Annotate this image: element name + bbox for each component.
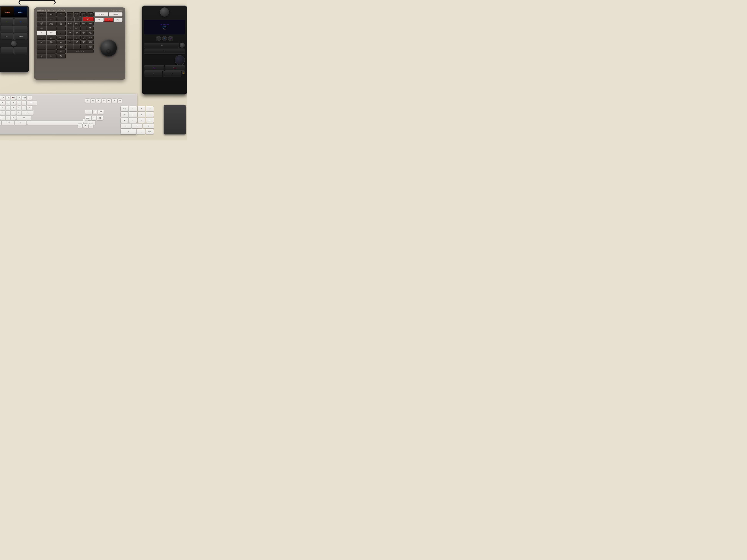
np-key-7[interactable]: 7: [121, 112, 128, 117]
np-key-0[interactable]: 0: [121, 129, 136, 134]
se-key-cam2[interactable]: CAM2: [74, 40, 80, 44]
ld-button-paste[interactable]: Paste Attr: [14, 33, 27, 40]
rd-save-button[interactable]: Save: [165, 65, 185, 71]
kb-key-semicolon[interactable]: ;: [11, 111, 16, 115]
ld-button-3[interactable]: [1, 26, 14, 32]
se-key-trim-out[interactable]: TRIMOUT: [47, 35, 56, 39]
kb-key-f16[interactable]: F16: [101, 99, 106, 103]
se-key-cam6[interactable]: CAM6: [80, 35, 87, 39]
se-key-ripl-owr[interactable]: RIPLO/WR: [56, 12, 66, 17]
se-key-cam1[interactable]: CAM1: [67, 40, 73, 44]
kb-key-f18[interactable]: F18: [112, 99, 117, 103]
np-key-equals[interactable]: =: [129, 106, 137, 111]
np-key-multiply[interactable]: *: [146, 106, 154, 111]
ld-extra-btn-1[interactable]: [1, 47, 14, 54]
kb-key-shift[interactable]: shift: [16, 115, 31, 120]
np-key-subtract[interactable]: -: [146, 112, 154, 117]
se-key-cam3[interactable]: CAM3: [80, 40, 87, 44]
np-key-add[interactable]: +: [146, 117, 154, 123]
se-key-cut[interactable]: CUT: [37, 54, 46, 58]
left-device-knob[interactable]: [11, 41, 17, 47]
kb-key-p[interactable]: P: [11, 106, 16, 110]
se-key-empty-r4a[interactable]: [47, 26, 56, 30]
se-key-empty-r2[interactable]: [56, 17, 66, 21]
rd-undo-button[interactable]: Undo: [144, 65, 164, 71]
se-key-clip1[interactable]: CLIP: [37, 17, 46, 21]
kb-key-8[interactable]: 8: [0, 101, 5, 105]
kb-key-eject[interactable]: ⏏: [27, 96, 32, 100]
kb-key-home[interactable]: home: [93, 110, 97, 114]
se-key-empty-c4b[interactable]: [74, 45, 80, 49]
rd-btn-2[interactable]: 2: [162, 36, 167, 41]
se-key-close-up[interactable]: CLOSEUP: [37, 22, 46, 26]
se-key-title[interactable]: TITLE: [67, 26, 73, 30]
se-key-out[interactable]: OUT: [47, 31, 56, 35]
se-key-smart-insrt[interactable]: SMARTINSRT: [37, 12, 46, 17]
kb-key-down[interactable]: ▼: [83, 124, 88, 128]
se-key-empty-c4a[interactable]: [67, 45, 73, 49]
se-key-empty-set2[interactable]: [47, 49, 56, 54]
deliver-screen[interactable]: Deliver: [14, 7, 27, 17]
np-key-clear[interactable]: clear: [121, 106, 128, 111]
se-key-src-owr[interactable]: SRCO/WR: [56, 22, 66, 26]
se-key-trans[interactable]: TRANS: [67, 22, 73, 26]
kb-key-backslash[interactable]: |: [27, 106, 32, 110]
se-key-audio-bin[interactable]: AUDIOBIN: [80, 12, 87, 17]
kb-key-f19[interactable]: F19: [118, 99, 122, 103]
ld-button-1[interactable]: ▶: [1, 18, 14, 25]
np-key-5[interactable]: 5: [129, 117, 137, 123]
kb-key-slash[interactable]: ?: [11, 115, 16, 120]
se-key-ypos[interactable]: Y POS: [37, 26, 46, 30]
kb-key-delete[interactable]: delete: [27, 101, 37, 105]
ld-button-2[interactable]: ▶▶: [14, 18, 27, 25]
rd-ctrl-button[interactable]: Ctrl: [144, 49, 185, 54]
kb-key-9[interactable]: 9: [5, 101, 10, 105]
se-key-split[interactable]: SPLIT: [74, 22, 80, 26]
kb-key-comma[interactable]: <: [0, 115, 5, 120]
kb-key-quote[interactable]: ": [16, 111, 21, 115]
se-key-slip-dest[interactable]: SLIPDEST: [47, 40, 56, 44]
se-key-scrl[interactable]: SCRL: [113, 18, 123, 22]
se-key-rvw[interactable]: RVW: [87, 22, 94, 26]
se-key-source[interactable]: SOURCE: [95, 12, 108, 17]
se-key-cam7[interactable]: CAM7: [67, 31, 73, 35]
np-key-enter[interactable]: enter: [146, 129, 154, 134]
se-key-smth-cut[interactable]: SMTHCUT: [56, 54, 66, 58]
np-key-3[interactable]: 3: [143, 123, 154, 129]
kb-key-option[interactable]: option: [15, 121, 27, 125]
kb-key-f10[interactable]: 🔇 F10: [11, 96, 16, 100]
se-key-cam9[interactable]: CAM9: [80, 31, 87, 35]
rd-util-button[interactable]: util: [144, 71, 162, 77]
se-key-sync-bin[interactable]: SYNCBIN: [74, 12, 80, 17]
se-key-undo[interactable]: UNDO: [67, 17, 74, 21]
kb-key-delete2[interactable]: delete⏎: [85, 116, 91, 120]
rd-small-knob[interactable]: [180, 43, 185, 48]
se-key-live-owr[interactable]: LIVEO/WR: [87, 31, 94, 35]
rd-volume-knob[interactable]: [160, 7, 169, 17]
kb-key-period[interactable]: >: [5, 115, 10, 120]
se-key-appnd[interactable]: APPND: [47, 12, 56, 17]
se-key-roll[interactable]: ROLL: [56, 35, 66, 39]
se-key-video-only[interactable]: VIDEOONLY: [87, 40, 94, 44]
kb-key-f14[interactable]: F14: [91, 99, 96, 103]
kb-key-minus[interactable]: -: [16, 101, 21, 105]
se-key-mark[interactable]: MARK: [75, 17, 82, 21]
se-key-audio-only[interactable]: AUDIOONLY: [87, 45, 94, 49]
kb-key-fn2[interactable]: fn: [85, 110, 92, 114]
kb-key-right[interactable]: ▶: [88, 124, 93, 128]
se-key-rnd[interactable]: RND: [87, 35, 94, 39]
kb-key-equals[interactable]: =: [22, 101, 26, 105]
kb-key-f13[interactable]: F13: [85, 99, 90, 103]
kb-key-fn[interactable]: fn: [0, 121, 1, 125]
np-key-2[interactable]: 2: [132, 123, 143, 129]
se-key-audio-level[interactable]: AUDIOLEVEL: [87, 12, 94, 17]
jog-wheel[interactable]: [100, 39, 117, 56]
kb-key-end[interactable]: end: [92, 116, 96, 120]
se-key-stopplay[interactable]: STOP/PLAY: [67, 49, 94, 53]
kb-key-0[interactable]: 0: [11, 101, 16, 105]
se-key-empty-set[interactable]: [37, 49, 46, 54]
kb-key-f15[interactable]: F15: [96, 99, 101, 103]
kb-key-f8[interactable]: ⏸ F8: [0, 96, 5, 100]
ld-button-copy[interactable]: Copy: [1, 33, 14, 40]
se-key-clip2[interactable]: CLIP: [47, 17, 56, 21]
